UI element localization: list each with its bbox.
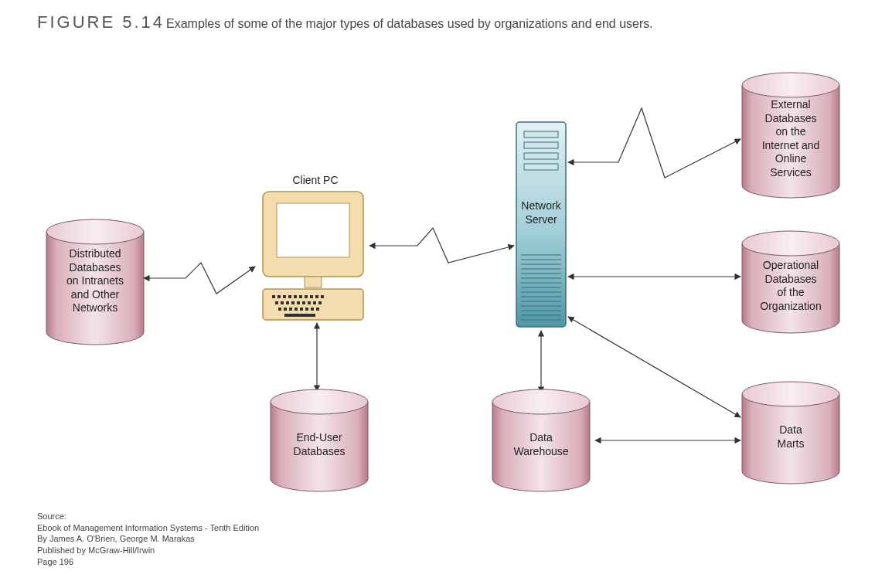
- conn-server-datamarts: [568, 317, 741, 417]
- svg-rect-19: [321, 295, 324, 298]
- svg-rect-34: [305, 308, 308, 311]
- source-line1: Ebook of Management Information Systems …: [37, 522, 259, 534]
- svg-rect-27: [313, 301, 316, 304]
- conn-client-server: [369, 228, 514, 263]
- svg-rect-41: [524, 153, 558, 159]
- svg-rect-14: [294, 295, 297, 298]
- conn-server-external: [568, 108, 741, 178]
- svg-rect-30: [284, 308, 287, 311]
- svg-rect-21: [281, 301, 284, 304]
- end-user-db-label: End-User Databases: [273, 431, 366, 458]
- svg-rect-20: [275, 301, 278, 304]
- svg-point-2: [492, 389, 590, 414]
- svg-point-5: [742, 382, 839, 406]
- diagram-page: FIGURE 5.14 Examples of some of the majo…: [0, 0, 875, 588]
- source-line3: Published by McGraw-Hill/Irwin: [37, 545, 259, 556]
- svg-rect-35: [311, 308, 314, 311]
- svg-point-0: [46, 219, 144, 244]
- svg-rect-26: [308, 301, 311, 304]
- svg-rect-37: [284, 314, 315, 317]
- svg-rect-40: [524, 142, 558, 148]
- data-warehouse-label: Data Warehouse: [495, 431, 587, 458]
- svg-rect-8: [305, 277, 322, 287]
- connectors: [144, 108, 741, 440]
- client-pc-label: Client PC: [288, 174, 342, 188]
- svg-rect-7: [277, 203, 349, 257]
- svg-rect-29: [278, 308, 281, 311]
- svg-rect-42: [524, 164, 558, 170]
- external-db-label: External Databases on the Internet and O…: [744, 98, 837, 179]
- svg-rect-39: [524, 131, 558, 138]
- svg-rect-10: [272, 295, 275, 298]
- svg-rect-15: [299, 295, 302, 298]
- svg-rect-33: [300, 308, 303, 311]
- source-line2: By James A. O'Brien, George M. Marakas: [37, 533, 259, 545]
- source-title: Source:: [37, 511, 259, 522]
- data-marts-label: Data Marts: [744, 423, 837, 450]
- source-citation: Source: Ebook of Management Information …: [37, 511, 259, 568]
- svg-rect-17: [310, 295, 313, 298]
- svg-rect-32: [295, 308, 298, 311]
- svg-rect-12: [283, 295, 286, 298]
- client-pc-icon: [263, 192, 363, 320]
- distributed-db-label: Distributed Databases on Intranets and O…: [49, 247, 141, 315]
- svg-rect-28: [318, 301, 322, 304]
- svg-rect-18: [315, 295, 318, 298]
- svg-point-1: [271, 389, 368, 414]
- svg-rect-25: [302, 301, 305, 304]
- svg-rect-11: [277, 295, 281, 298]
- svg-rect-22: [286, 301, 289, 304]
- svg-rect-31: [289, 308, 292, 311]
- svg-rect-36: [316, 308, 319, 311]
- conn-distributed-client: [144, 263, 255, 294]
- svg-point-4: [742, 231, 839, 256]
- network-server-label: Network Server: [518, 199, 564, 226]
- svg-point-3: [742, 73, 839, 97]
- operational-db-label: Operational Databases of the Organizatio…: [744, 259, 837, 313]
- source-line4: Page 196: [37, 556, 259, 568]
- svg-rect-13: [288, 295, 291, 298]
- svg-rect-24: [297, 301, 300, 304]
- svg-rect-23: [291, 301, 295, 304]
- svg-rect-16: [305, 295, 308, 298]
